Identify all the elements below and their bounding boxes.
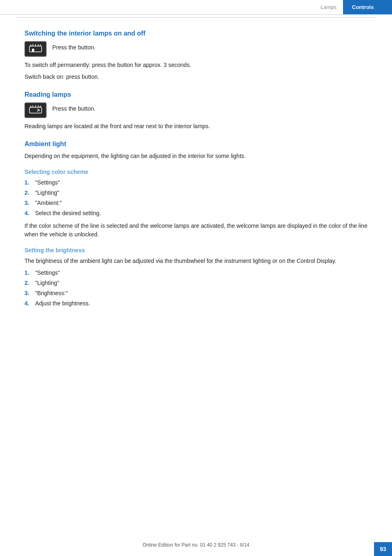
header-controls-label: Controls	[343, 0, 392, 14]
page-footer: Online Edition for Part no. 01 40 2 925 …	[0, 542, 392, 548]
subsection-color-scheme: Selecting color scheme 1. "Settings" 2. …	[24, 169, 368, 239]
list-item: 2. "Lighting"	[24, 279, 368, 287]
page-header: Lamps Controls	[0, 0, 392, 15]
svg-line-2	[33, 44, 33, 46]
svg-rect-7	[32, 51, 34, 52]
header-lamps-label: Lamps	[314, 4, 343, 10]
svg-point-6	[32, 49, 34, 51]
list-item: 4. Select the desired setting.	[24, 209, 368, 218]
svg-line-4	[38, 44, 38, 46]
reading-title: Reading lamps	[24, 91, 368, 98]
ambient-title: Ambient light	[24, 140, 368, 148]
ambient-para1: Depending on the equipment, the lighting…	[24, 152, 368, 160]
svg-line-10	[33, 105, 33, 107]
interior-lamp-svg	[29, 44, 42, 54]
brightness-para1: The brightness of the ambient light can …	[24, 257, 368, 265]
section-switching: Switching the interior lamps on and off	[24, 30, 368, 81]
svg-line-12	[38, 105, 38, 107]
footer-text: Online Edition for Part no. 01 40 2 925 …	[143, 542, 249, 548]
list-item: 1. "Settings"	[24, 269, 368, 277]
switching-para2: Switch back on: press button.	[24, 73, 368, 81]
color-scheme-para1: If the color scheme of the line is selec…	[24, 222, 368, 239]
color-scheme-subtitle: Selecting color scheme	[24, 169, 368, 175]
list-item: 3. "Ambient:"	[24, 199, 368, 207]
reading-lamp-button-icon	[24, 102, 47, 118]
color-scheme-steps: 1. "Settings" 2. "Lighting" 3. "Ambient:…	[24, 178, 368, 218]
reading-lamp-svg	[29, 105, 42, 116]
svg-rect-0	[29, 46, 42, 52]
switching-title: Switching the interior lamps on and off	[24, 30, 368, 37]
reading-button-instruction: Press the button.	[52, 105, 96, 113]
reading-button-row: Press the button.	[24, 102, 368, 118]
list-item: 3. "Brightness:"	[24, 289, 368, 298]
list-item: 2. "Lighting"	[24, 189, 368, 197]
section-reading: Reading lamps Press the button. Reading …	[24, 91, 368, 131]
switching-para1: To switch off permanently: press the but…	[24, 61, 368, 69]
switching-button-row: Press the button.	[24, 41, 368, 57]
main-content: Switching the interior lamps on and off	[0, 18, 392, 336]
list-item: 4. Adjust the brightness.	[24, 299, 368, 308]
page-number: 93	[374, 542, 392, 556]
interior-lamp-button-icon	[24, 41, 47, 57]
list-item: 1. "Settings"	[24, 178, 368, 187]
switching-button-instruction: Press the button.	[52, 43, 96, 52]
subsection-brightness: Setting the brightness The brightness of…	[24, 247, 368, 308]
section-ambient: Ambient light Depending on the equipment…	[24, 140, 368, 308]
reading-para1: Reading lamps are located at the front a…	[24, 122, 368, 131]
brightness-subtitle: Setting the brightness	[24, 247, 368, 254]
brightness-steps: 1. "Settings" 2. "Lighting" 3. "Brightne…	[24, 269, 368, 308]
